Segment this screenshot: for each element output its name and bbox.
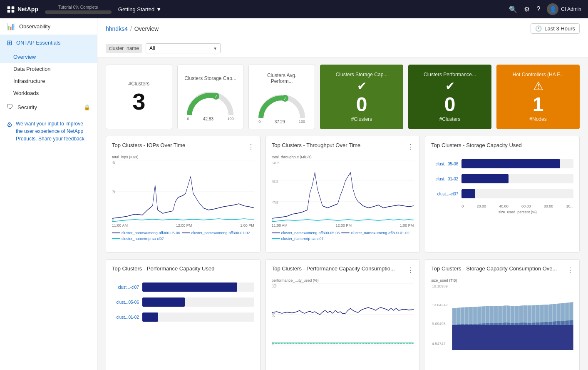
- perf-consumption-header: Top Clusters - Performance Capacity Cons…: [272, 265, 414, 275]
- sidebar-item-data-protection[interactable]: Data Protection: [0, 63, 97, 75]
- svg-text:4k: 4k: [112, 161, 115, 165]
- iops-x-label-1: 11:00 AM: [112, 223, 128, 228]
- tp-legend-3: cluster_name=rtp-sa-cl07: [272, 237, 324, 241]
- storage-cap-gauge: ✓ 0 42.83 100: [185, 88, 235, 117]
- sidebar-item-ontap-essentials[interactable]: ⊞ ONTAP Essentials: [0, 35, 97, 51]
- storage-used-x-label: size_used_percent (%): [431, 210, 573, 214]
- perf-bar-fill-1: [142, 282, 237, 292]
- perf-bar-label-1[interactable]: clust...-cl07: [112, 285, 139, 290]
- hot-controllers-value: 1: [533, 95, 544, 115]
- throughput-menu-icon[interactable]: ⋮: [407, 143, 414, 151]
- sidebar-item-observability[interactable]: 📊 Observability: [0, 18, 97, 35]
- svg-text:2k: 2k: [112, 190, 115, 195]
- getting-started-button[interactable]: Getting Started ▼: [118, 6, 161, 12]
- sidebar-item-infrastructure[interactable]: Infrastructure: [0, 75, 97, 87]
- iops-menu-icon[interactable]: ⋮: [248, 143, 254, 151]
- storage-cap-ok-value: 0: [356, 95, 367, 115]
- clusters-count-card: #Clusters 3: [106, 65, 172, 129]
- perf-bar-row-1: clust...-cl07: [112, 282, 254, 292]
- tp-legend-2: cluster_name=umeng-aff300-01-02: [341, 231, 409, 235]
- charts-row-1: Top Clusters - IOPs Over Time ⋮ total_io…: [106, 136, 580, 252]
- storage-used-chart-header: Top Clusters - Storage Capacity Used: [431, 142, 573, 152]
- gauge-max: 100: [227, 117, 233, 121]
- svg-rect-0: [7, 6, 10, 9]
- help-icon[interactable]: ?: [536, 5, 540, 13]
- cluster-name-filter[interactable]: All: [146, 43, 221, 53]
- perf-consumption-y-label: performance_...ity_used (%): [272, 278, 414, 282]
- chevron-down-icon: ▼: [156, 6, 161, 12]
- sidebar-sub-label: Infrastructure: [13, 78, 45, 84]
- iops-line-chart: 4k 2k 0: [112, 160, 254, 222]
- search-icon[interactable]: 🔍: [509, 5, 517, 13]
- svg-text:13.64242: 13.64242: [432, 303, 448, 307]
- iops-legend: cluster_name=umeng-aff300-05-06 cluster_…: [112, 231, 254, 241]
- throughput-legend: cluster_name=umeng-aff300-05-06 cluster_…: [272, 231, 414, 241]
- sidebar-item-workloads[interactable]: Workloads: [0, 87, 97, 99]
- sidebar-sub-label: Workloads: [13, 90, 39, 96]
- perf-bar-row-2: clust...05-06: [112, 298, 254, 307]
- lock-icon: 🔒: [84, 104, 90, 110]
- perf-consumption-menu-icon[interactable]: ⋮: [407, 266, 414, 274]
- tp-legend-color-2: [341, 232, 350, 233]
- clock-icon: 🕐: [535, 25, 542, 32]
- page-header: hhndks4 / Overview 🕐 Last 3 Hours: [97, 18, 588, 39]
- check-icon: ✔: [357, 79, 367, 93]
- hot-controllers-label: #Nodes: [529, 116, 546, 122]
- user-section[interactable]: 👤 CI Admin: [547, 3, 581, 15]
- clusters-count-title: #Clusters: [128, 81, 149, 87]
- perf-bar-label-2[interactable]: clust...05-06: [112, 300, 139, 305]
- dashboard: #Clusters 3 Clusters Storage Cap...: [97, 58, 588, 370]
- svg-rect-3: [12, 10, 15, 13]
- bar-label-3[interactable]: clust...-cl07: [431, 192, 458, 196]
- x-tick-40: 40.00: [499, 204, 509, 208]
- tutorial-progress-bar[interactable]: [45, 10, 112, 14]
- perf-bar-track-3: [142, 312, 254, 322]
- svg-text:50: 50: [272, 313, 275, 318]
- perf-gauge-min: 0: [258, 120, 261, 124]
- bar-row-3: clust...-cl07: [431, 189, 573, 198]
- breadcrumb-parent[interactable]: hhndks4: [106, 25, 128, 32]
- charts-row-2: Top Clusters - Performance Capacity Used…: [106, 259, 580, 370]
- storage-consumption-menu-icon[interactable]: ⋮: [567, 266, 573, 274]
- time-range-badge[interactable]: 🕐 Last 3 Hours: [531, 23, 580, 34]
- storage-used-bar-chart: clust...05-06 clust...01-02: [431, 155, 573, 230]
- throughput-y-label: total_throughput (MiB/s): [272, 155, 414, 159]
- bar-track-3: [461, 189, 573, 198]
- perf-bar-track-1: [142, 282, 254, 292]
- bar-fill-2: [461, 174, 509, 183]
- throughput-line-chart: 143.05 95.36 47.68 0: [272, 160, 414, 222]
- svg-text:9.09495: 9.09495: [432, 322, 446, 326]
- tp-x-label-3: 1:00 PM: [400, 223, 414, 228]
- filter-key-label: cluster_name: [106, 44, 142, 53]
- svg-text:✓: ✓: [214, 94, 218, 99]
- sidebar-feedback: ⚙ We want your input to improve the user…: [0, 115, 97, 148]
- perf-bar-label-3[interactable]: clust...01-02: [112, 315, 139, 320]
- gauge-labels: 0 42.83 100: [185, 117, 235, 121]
- legend-color-2: [182, 232, 190, 233]
- perf-gauge-value: 37.29: [275, 120, 285, 124]
- storage-cap-ok-card: Clusters Storage Cap... ✔ 0 #Clusters: [320, 65, 403, 129]
- sidebar-item-security[interactable]: 🛡 Security 🔒: [0, 99, 97, 115]
- layers-icon: ⊞: [7, 39, 12, 47]
- bar-label-1[interactable]: clust...05-06: [431, 162, 458, 166]
- bar-label-2[interactable]: clust...01-02: [431, 177, 458, 181]
- clusters-count-value: 3: [132, 90, 145, 113]
- stats-row: #Clusters 3 Clusters Storage Cap...: [106, 65, 580, 129]
- storage-capacity-used-card: Top Clusters - Storage Capacity Used clu…: [425, 136, 580, 252]
- perf-ok-value: 0: [444, 95, 456, 115]
- sidebar-sub-label: Overview: [13, 54, 36, 60]
- storage-used-chart-title: Top Clusters - Storage Capacity Used: [431, 142, 521, 148]
- perf-title: Clusters Avg. Perform...: [256, 72, 308, 84]
- bar-fill-3: [461, 189, 475, 198]
- perf-bar-fill-2: [142, 298, 185, 307]
- warning-icon: ⚠: [533, 79, 543, 93]
- iops-chart-title: Top Clusters - IOPs Over Time: [112, 142, 185, 148]
- legend-color-1: [112, 232, 120, 233]
- sidebar-item-overview[interactable]: Overview: [0, 51, 97, 63]
- perf-consumption-title: Top Clusters - Performance Capacity Cons…: [272, 265, 395, 272]
- legend-label-1: cluster_name=umeng-aff300-05-06: [122, 231, 180, 235]
- iops-legend-item-2: cluster_name=umeng-aff300-01-02: [182, 231, 250, 235]
- settings-icon[interactable]: ⚙: [524, 5, 530, 13]
- legend-label-3: cluster_name=rtp-sa-cl07: [122, 237, 164, 241]
- perf-bar-fill-3: [142, 312, 158, 322]
